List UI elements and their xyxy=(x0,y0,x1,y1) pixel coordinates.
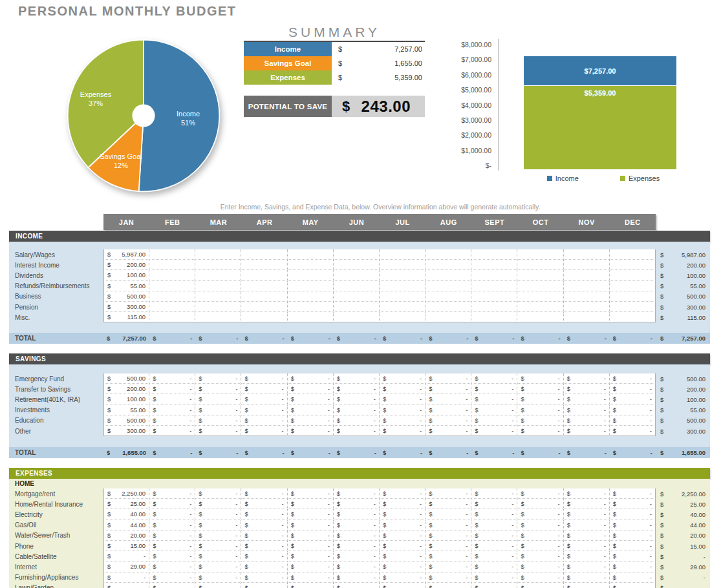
cell-jan[interactable]: $200.00 xyxy=(103,384,149,394)
cell-month[interactable] xyxy=(149,260,195,270)
cell-month[interactable]: $- xyxy=(517,562,563,572)
cell-month[interactable] xyxy=(334,281,380,291)
cell-month[interactable]: $- xyxy=(241,499,287,509)
cell-month[interactable]: $- xyxy=(610,572,656,583)
cell-jan[interactable]: $300.00 xyxy=(103,426,149,436)
cell-jan[interactable]: $20.00 xyxy=(103,530,149,541)
cell-month[interactable]: $- xyxy=(564,426,610,436)
cell-month[interactable] xyxy=(425,281,471,291)
cell-year-total[interactable]: $55.00 xyxy=(656,281,710,291)
cell-month[interactable]: $- xyxy=(288,509,334,520)
row-label[interactable]: Refunds/Reimbursements xyxy=(9,281,103,291)
row-label[interactable]: Lawn/Garden xyxy=(9,583,103,588)
cell-month[interactable] xyxy=(288,302,334,312)
row-label[interactable]: Water/Sewer/Trash xyxy=(9,530,103,541)
row-label[interactable]: Salary/Wages xyxy=(9,249,103,260)
cell-month[interactable] xyxy=(334,312,380,322)
cell-month[interactable]: $- xyxy=(425,520,471,530)
cell-month[interactable]: $- xyxy=(471,530,517,541)
cell-month[interactable] xyxy=(610,302,656,312)
cell-year-total[interactable]: $5,987.00 xyxy=(656,249,710,260)
cell-month[interactable]: $- xyxy=(380,530,425,541)
cell-month[interactable] xyxy=(610,260,656,270)
cell-month[interactable]: $- xyxy=(195,394,241,404)
cell-month[interactable] xyxy=(517,291,563,302)
cell-month[interactable]: $- xyxy=(425,583,471,588)
cell-month[interactable]: $- xyxy=(380,394,425,404)
row-label[interactable]: Cable/Satellite xyxy=(9,551,103,562)
cell-month[interactable]: $- xyxy=(241,333,287,344)
cell-month[interactable]: $- xyxy=(471,394,517,404)
cell-year-total[interactable]: $2,250.00 xyxy=(656,488,710,499)
cell-month[interactable] xyxy=(241,270,287,280)
cell-month[interactable]: $- xyxy=(149,551,195,562)
cell-month[interactable] xyxy=(425,260,471,270)
cell-month[interactable]: $- xyxy=(334,530,380,541)
cell-month[interactable]: $- xyxy=(195,373,241,384)
row-label[interactable]: Transfer to Savings xyxy=(9,384,103,394)
cell-month[interactable] xyxy=(380,249,425,260)
cell-month[interactable]: $- xyxy=(425,405,471,415)
cell-month[interactable]: $- xyxy=(334,426,380,436)
cell-jan[interactable]: $25.00 xyxy=(103,499,149,509)
cell-month[interactable]: $- xyxy=(471,415,517,426)
cell-month[interactable]: $- xyxy=(471,520,517,530)
cell-jan[interactable]: $2,250.00 xyxy=(103,488,149,499)
cell-month[interactable]: $- xyxy=(564,333,610,344)
cell-month[interactable]: $- xyxy=(241,530,287,541)
cell-jan[interactable]: $40.00 xyxy=(103,509,149,520)
cell-month[interactable]: $- xyxy=(195,509,241,520)
cell-month[interactable]: $- xyxy=(471,509,517,520)
cell-month[interactable]: $- xyxy=(564,562,610,572)
cell-year-total[interactable]: $115.00 xyxy=(656,312,710,322)
cell-month[interactable]: $- xyxy=(471,426,517,436)
cell-month[interactable] xyxy=(471,291,517,302)
cell-month[interactable]: $- xyxy=(288,499,334,509)
cell-month[interactable]: $- xyxy=(471,405,517,415)
cell-month[interactable] xyxy=(241,291,287,302)
cell-month[interactable]: $- xyxy=(334,583,380,588)
cell-month[interactable] xyxy=(149,302,195,312)
cell-jan[interactable]: $15.00 xyxy=(103,541,149,551)
cell-month[interactable]: $- xyxy=(149,405,195,415)
cell-month[interactable]: $- xyxy=(425,415,471,426)
cell-month[interactable]: $- xyxy=(564,447,610,458)
cell-month[interactable] xyxy=(610,270,656,280)
cell-year-total[interactable]: $100.00 xyxy=(656,394,710,404)
cell-month[interactable]: $- xyxy=(564,520,610,530)
cell-jan[interactable]: $200.00 xyxy=(103,260,149,270)
cell-month[interactable]: $- xyxy=(288,541,334,551)
cell-month[interactable] xyxy=(288,270,334,280)
cell-month[interactable] xyxy=(241,281,287,291)
cell-month[interactable] xyxy=(517,312,563,322)
cell-month[interactable] xyxy=(517,260,563,270)
cell-month[interactable]: $- xyxy=(425,333,471,344)
cell-jan[interactable]: $500.00 xyxy=(103,415,149,426)
cell-month[interactable]: $- xyxy=(380,447,425,458)
cell-month[interactable]: $- xyxy=(610,415,656,426)
cell-month[interactable]: $- xyxy=(241,541,287,551)
row-label[interactable]: Pension xyxy=(9,302,103,312)
cell-month[interactable] xyxy=(471,249,517,260)
cell-month[interactable]: $- xyxy=(195,583,241,588)
cell-month[interactable]: $- xyxy=(471,572,517,583)
cell-month[interactable] xyxy=(564,281,610,291)
cell-month[interactable]: $- xyxy=(425,551,471,562)
row-label[interactable]: Misc. xyxy=(9,312,103,322)
cell-month[interactable]: $- xyxy=(517,572,563,583)
cell-jan[interactable]: $55.00 xyxy=(103,405,149,415)
cell-month[interactable]: $- xyxy=(334,333,380,344)
cell-month[interactable]: $- xyxy=(517,530,563,541)
cell-month[interactable]: $- xyxy=(564,405,610,415)
cell-month[interactable]: $- xyxy=(425,488,471,499)
cell-month[interactable] xyxy=(149,270,195,280)
cell-year-total[interactable]: $44.00 xyxy=(656,520,710,530)
cell-jan[interactable]: $100.00 xyxy=(103,394,149,404)
row-label[interactable]: Internet xyxy=(9,562,103,572)
cell-month[interactable] xyxy=(195,270,241,280)
cell-month[interactable]: $- xyxy=(288,415,334,426)
cell-month[interactable]: $- xyxy=(288,394,334,404)
cell-month[interactable]: $- xyxy=(334,499,380,509)
cell-month[interactable]: $- xyxy=(195,530,241,541)
total-cell-year[interactable]: $1,655.00 xyxy=(656,447,710,458)
